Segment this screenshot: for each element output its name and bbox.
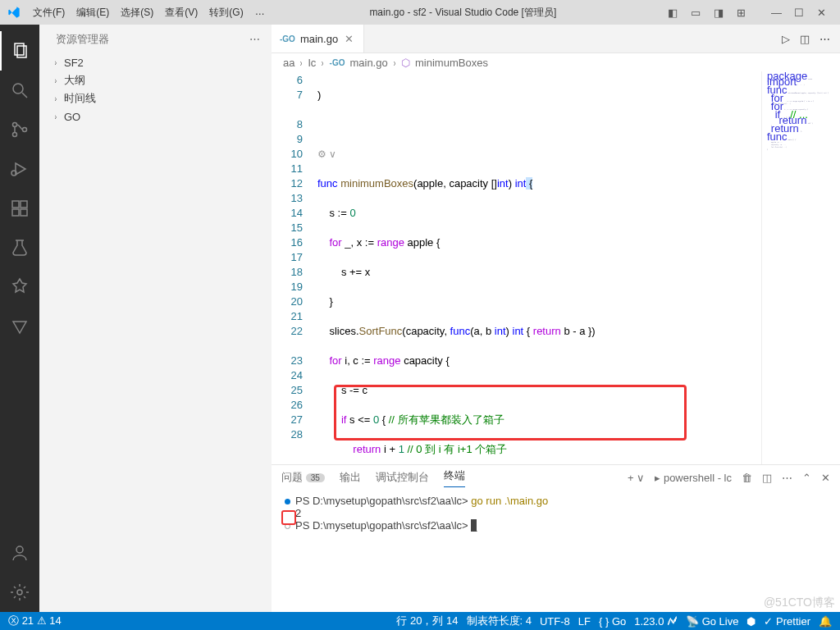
status-cursor[interactable]: 行 20，列 14 xyxy=(396,614,458,628)
tab-label: main.go xyxy=(300,33,338,45)
status-go-version[interactable]: 1.23.0 🗲 xyxy=(634,615,678,628)
tab-close-icon[interactable]: ✕ xyxy=(343,33,355,45)
layout-primary-icon[interactable]: ◧ xyxy=(668,7,679,18)
split-icon[interactable]: ◫ xyxy=(800,33,810,45)
status-bell-icon[interactable]: 🔔 xyxy=(819,615,832,628)
line-numbers: 6789101112131415161718192021222324252627… xyxy=(272,71,317,464)
debug-icon[interactable] xyxy=(0,149,39,189)
settings-icon[interactable] xyxy=(0,573,39,612)
extensions-icon[interactable] xyxy=(0,189,39,228)
scm-icon[interactable] xyxy=(0,110,39,149)
status-prettier[interactable]: ✓ Prettier xyxy=(764,615,810,628)
layout-controls: ◧ ▭ ◨ ⊞ xyxy=(656,7,760,18)
menu-bar: 文件(F) 编辑(E) 选择(S) 查看(V) 转到(G) … xyxy=(28,2,270,23)
trash-icon[interactable]: 🗑 xyxy=(742,472,752,484)
annotation-box xyxy=(281,510,296,525)
status-go-live[interactable]: 📡 Go Live xyxy=(686,615,738,628)
terminal-output: 2 xyxy=(285,507,827,519)
panel: 问题 35 输出 调试控制台 终端 + ∨ ▸ powershell - lc … xyxy=(272,464,840,612)
menu-file[interactable]: 文件(F) xyxy=(28,2,70,23)
tree-item-go[interactable]: ›GO xyxy=(46,107,272,126)
svg-line-3 xyxy=(22,93,27,98)
breadcrumbs[interactable]: aa› lc› -GOmain.go› ⬡minimumBoxes xyxy=(272,53,840,71)
tab-terminal[interactable]: 终端 xyxy=(444,468,465,487)
menu-view[interactable]: 查看(V) xyxy=(160,2,203,23)
ext1-icon[interactable] xyxy=(0,267,39,307)
terminal[interactable]: PS D:\mysetup\gopath\src\sf2\aa\lc> go r… xyxy=(272,490,840,612)
new-terminal-icon[interactable]: + ∨ xyxy=(628,472,645,484)
account-icon[interactable] xyxy=(0,533,39,573)
svg-rect-0 xyxy=(15,43,24,55)
go-file-icon: -GO xyxy=(280,34,295,43)
status-bar: ⓧ 21 ⚠ 14 行 20，列 14 制表符长度: 4 UTF-8 LF { … xyxy=(0,612,840,630)
vscode-logo-icon xyxy=(0,6,28,19)
tab-problems[interactable]: 问题 35 xyxy=(281,470,325,485)
go-file-icon: -GO xyxy=(330,58,345,67)
title-bar: 文件(F) 编辑(E) 选择(S) 查看(V) 转到(G) … main.go … xyxy=(0,0,840,25)
status-tabsize[interactable]: 制表符长度: 4 xyxy=(467,614,532,628)
svg-marker-7 xyxy=(16,163,25,175)
activity-bar xyxy=(0,25,39,612)
symbol-icon: ⬡ xyxy=(401,57,410,69)
watermark: @51CTO博客 xyxy=(764,596,835,610)
tree-item-outline[interactable]: ›大纲 xyxy=(46,71,272,89)
panel-maximize-icon[interactable]: ⌃ xyxy=(802,472,811,484)
ext2-icon[interactable] xyxy=(0,307,39,346)
minimap[interactable]: package main import ( ... ) func minimum… xyxy=(761,71,840,464)
svg-rect-11 xyxy=(21,209,27,216)
panel-close-icon[interactable]: ✕ xyxy=(821,472,830,484)
code-editor[interactable]: 6789101112131415161718192021222324252627… xyxy=(272,71,840,464)
panel-more-icon[interactable]: ⋯ xyxy=(782,472,792,484)
minimize-icon[interactable]: — xyxy=(771,7,783,18)
tab-more-icon[interactable]: ⋯ xyxy=(819,33,830,45)
svg-rect-10 xyxy=(12,209,19,216)
status-ext-icon[interactable]: ⬢ xyxy=(746,615,756,628)
editor-group: -GO main.go ✕ ▷ ◫ ⋯ aa› lc› -GOmain.go› … xyxy=(272,25,840,612)
explorer-icon[interactable] xyxy=(0,31,39,71)
status-eol[interactable]: LF xyxy=(578,615,591,628)
sidebar-title: 资源管理器 xyxy=(56,32,109,47)
svg-marker-13 xyxy=(13,322,26,333)
svg-point-5 xyxy=(13,133,17,137)
svg-point-15 xyxy=(17,590,22,595)
status-encoding[interactable]: UTF-8 xyxy=(540,615,570,628)
layout-panel-icon[interactable]: ▭ xyxy=(691,7,702,18)
testing-icon[interactable] xyxy=(0,228,39,267)
svg-rect-9 xyxy=(12,201,19,208)
tab-output[interactable]: 输出 xyxy=(340,470,361,485)
sidebar-more-icon[interactable]: ⋯ xyxy=(249,33,260,45)
svg-point-14 xyxy=(16,546,23,553)
panel-tabs: 问题 35 输出 调试控制台 终端 + ∨ ▸ powershell - lc … xyxy=(272,465,840,490)
maximize-icon[interactable]: ☐ xyxy=(794,7,806,18)
svg-rect-12 xyxy=(21,201,27,208)
svg-point-4 xyxy=(13,123,17,127)
menu-edit[interactable]: 编辑(E) xyxy=(71,2,114,23)
menu-go[interactable]: 转到(G) xyxy=(204,2,248,23)
svg-point-2 xyxy=(13,84,23,94)
layout-secondary-icon[interactable]: ◨ xyxy=(714,7,725,18)
status-errors[interactable]: ⓧ 21 ⚠ 14 xyxy=(8,614,62,628)
split-terminal-icon[interactable]: ◫ xyxy=(762,472,772,484)
search-icon[interactable] xyxy=(0,71,39,110)
menu-selection[interactable]: 选择(S) xyxy=(116,2,158,23)
terminal-profile[interactable]: ▸ powershell - lc xyxy=(655,472,732,484)
window-title: main.go - sf2 - Visual Studio Code [管理员] xyxy=(270,6,656,20)
editor-tabs: -GO main.go ✕ ▷ ◫ ⋯ xyxy=(272,25,840,53)
explorer-sidebar: 资源管理器 ⋯ ›SF2 ›大纲 ›时间线 ›GO xyxy=(39,25,272,612)
svg-rect-1 xyxy=(17,46,26,57)
run-icon[interactable]: ▷ xyxy=(782,33,790,45)
tree-item-timeline[interactable]: ›时间线 xyxy=(46,89,272,107)
svg-point-6 xyxy=(23,128,27,132)
menu-more[interactable]: … xyxy=(250,2,270,23)
layout-custom-icon[interactable]: ⊞ xyxy=(737,7,748,18)
status-language[interactable]: { } Go xyxy=(599,615,626,628)
tab-debug-console[interactable]: 调试控制台 xyxy=(376,470,429,485)
close-icon[interactable]: ✕ xyxy=(817,7,829,18)
tree-item-sf2[interactable]: ›SF2 xyxy=(46,53,272,71)
window-controls: — ☐ ✕ xyxy=(760,7,840,18)
tab-main-go[interactable]: -GO main.go ✕ xyxy=(272,25,364,52)
